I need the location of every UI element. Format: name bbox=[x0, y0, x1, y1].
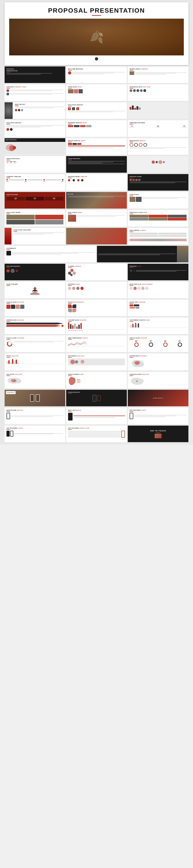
slide-words: WORDS ABOUT COMPANY bbox=[128, 66, 188, 83]
row-3: WHAT WE DO? EXCLUSIVE SERVICE ★ ● bbox=[5, 102, 188, 119]
slide-advantages: OUR ADVANTAGES 1/8 info 344 data 88% rat… bbox=[5, 156, 65, 173]
slide-pyramid: SLIDE PYRAMID bbox=[5, 282, 65, 298]
slide-packages: OUR PACKAGES 139° BASIC 219° PRO 308° EL… bbox=[5, 192, 65, 209]
slide-exclusive1: EXCLUSIVE SERVICE ★ ● ♦ bbox=[66, 102, 127, 119]
slide-process-slide1: PROCESS SLIDE ⚙ ⚙ bbox=[128, 264, 188, 280]
row-10: CASE STUDY FEATURES OUR FAMOUS CLIENTS bbox=[5, 228, 188, 244]
row-2: JOIN WITH COMPANY TEAM 👤 👤 TEAM SLIDE SH… bbox=[5, 84, 188, 101]
slide-deco2 bbox=[128, 156, 188, 173]
row-17: STATE ANALYSIS APP WORLD ANALYSIS bbox=[5, 353, 188, 370]
slide-join: JOIN WITH COMPANY TEAM 👤 👤 bbox=[5, 84, 65, 101]
hero-slide: PROPOSAL PRESENTATION 🍂 bbox=[5, 2, 188, 65]
slide-exclusive2: EXCLUSIVE SERVICE bbox=[5, 120, 65, 137]
slide-infographic: OUR INFOGRAPHIC bbox=[5, 264, 65, 280]
slide-dark-half bbox=[97, 246, 188, 262]
svg-point-5 bbox=[178, 343, 182, 346]
slide-app-single: APP FEATURES SINGLE CASE bbox=[66, 426, 127, 442]
slide-state-analysis: STATE ANALYSIS bbox=[5, 353, 65, 370]
row-13: SLIDE PYRAMID PROCESS SLIDE MAIN STEP'S … bbox=[5, 282, 188, 298]
slide-case-study: CASE STUDY bbox=[128, 192, 188, 209]
slide-africa: AFRICA USERS SLIDE 35% 12% bbox=[66, 372, 127, 389]
row-16: CIRCLE SLIDE DIAGRAM SMM COMPARISON CHAR… bbox=[5, 336, 188, 352]
slide-clients: OUR FAMOUS CLIENTS bbox=[128, 228, 188, 244]
slide-company-timeline: COMPANY TIMELINE 1960 2017 2022 2025 bbox=[5, 174, 65, 191]
slide-strategy: OUR STRATEGY bbox=[5, 138, 65, 155]
slide-process-slide2: PROCESS SLIDE bbox=[66, 282, 127, 298]
slide-usa: USA STATE ANALYSIS bbox=[5, 372, 65, 389]
slide-arrow: ARROW SLIDE DIAGRAM bbox=[5, 317, 65, 334]
row-21: APP FEATURES CASE'S APP FEATURES SINGLE … bbox=[5, 426, 188, 442]
svg-point-3 bbox=[149, 343, 153, 346]
slide-iphone: IPHONE MOCKUP bbox=[5, 390, 65, 406]
slide-best-app: BEST APP MOBILE bbox=[66, 408, 127, 424]
slide-app-features2: APP FEATURES CASE'S bbox=[5, 426, 65, 442]
row-8: OUR PACKAGES 139° BASIC 219° PRO 308° EL… bbox=[5, 192, 188, 209]
slide-smart-art: SMART ART DIAGRAM bbox=[128, 300, 188, 316]
slide-circle2: CIRCLE SLIDE DIAGRAM 64° 79° 46° bbox=[128, 336, 188, 352]
slide-flower: FLOWER GRAPHIC bbox=[66, 264, 127, 280]
slide-latest2: OUR LATEST WORK bbox=[66, 210, 127, 226]
slide-web: WEB DESIGN SERVICE bbox=[128, 138, 188, 155]
slide-app-world: APP WORLD ANALYSIS bbox=[66, 353, 127, 370]
slide-awesome: AWESOME FEATURES 01 02 05 bbox=[128, 120, 188, 137]
svg-point-7 bbox=[136, 380, 138, 382]
slide-smm: SMM COMPARISON CHARTS bbox=[66, 336, 127, 352]
slide-deco1 bbox=[128, 102, 188, 119]
hero-title: PROPOSAL PRESENTATION bbox=[9, 7, 184, 14]
slide-customers: CUSTOMERS CHARTS SLIDE bbox=[128, 317, 188, 334]
slide-case-features: CASE STUDY FEATURES bbox=[5, 228, 65, 244]
row-19: IPHONE MOCKUP PHONE MOCKUP PHONE MOCKUP bbox=[5, 390, 188, 406]
svg-point-2 bbox=[135, 343, 138, 346]
row-18: USA STATE ANALYSIS AFRICA USERS SLIDE 35… bbox=[5, 372, 188, 389]
slide-get-in-touch: GET IN TOUCH bbox=[128, 426, 188, 442]
slide-main-steps: MAIN STEP'S OF DEVELOPMENT bbox=[128, 282, 188, 298]
slide-deco-dark: PHONE MOCKUP bbox=[128, 390, 188, 406]
slide-design: DESIGN SERVICE SHOW bbox=[66, 138, 127, 155]
slide-team-show: TEAM SLIDE SHOW bbox=[66, 84, 127, 101]
svg-point-4 bbox=[164, 343, 167, 346]
slide-welcome: WELCOME MESSAGE bbox=[66, 66, 127, 83]
row-15: ARROW SLIDE DIAGRAM COLUMN SLIDE DIAGRAM bbox=[5, 317, 188, 334]
slide-rounded: ROUNDED SERVICE SHOW OPTION OPTION OPTIO… bbox=[66, 120, 127, 137]
row-12: OUR INFOGRAPHIC FLOWER GRAPHIC PROCESS S… bbox=[5, 264, 188, 280]
slide-phone-dark: PHONE MOCKUP bbox=[66, 390, 127, 406]
slide-circle1: CIRCLE SLIDE DIAGRAM bbox=[5, 336, 65, 352]
slide-img-placeholder bbox=[66, 228, 127, 244]
row-6: OUR ADVANTAGES 1/8 info 344 data 88% rat… bbox=[5, 156, 188, 173]
slide-introduce: INTRODUCE WITH OUR TEAM 👤 👤 👤 👤 👤 bbox=[128, 84, 188, 101]
hero-dot bbox=[95, 57, 98, 60]
hero-accent-line bbox=[92, 15, 101, 16]
slide-puzzle-info: PUZZLE INFOGRAPHIC bbox=[66, 300, 127, 316]
hero-image: 🍂 bbox=[9, 19, 184, 55]
slide-what: WHAT WE DO? bbox=[5, 102, 65, 119]
slide-app-features1: APP FEATURES CASE'S bbox=[128, 408, 188, 424]
row-20: SMARTPHONE MOCKUP BEST APP MOBILE bbox=[5, 408, 188, 424]
slide-portfolio: PORTFOLIO SLIDE HERE bbox=[128, 210, 188, 226]
slide-team-principes: TEAM PRINCIPES bbox=[66, 156, 127, 173]
slide-statements: STATEMENTS bbox=[5, 246, 96, 262]
row-1: PROPOSAL PRESENTATION WELCOME MESSAGE bbox=[5, 66, 188, 83]
slide-australia: AUSTRALIA MAP ANALYSIS bbox=[128, 372, 188, 389]
slide-proposal-small: PROPOSAL PRESENTATION bbox=[5, 66, 65, 83]
row-4: EXCLUSIVE SERVICE ROUNDED SERVICE SHOW O… bbox=[5, 120, 188, 137]
slide-column: COLUMN SLIDE DIAGRAM TEAM SALES ANALYSIS… bbox=[66, 317, 127, 334]
slide-process-guide: PROCESS GUIDE 01 02 03 04 bbox=[128, 174, 188, 191]
slide-best: WE ARE BEST bbox=[66, 192, 127, 209]
slide-latest1: OUR LATEST WORK bbox=[5, 210, 65, 226]
slide-smartphone: SMARTPHONE MOCKUP bbox=[5, 408, 65, 424]
row-11: STATEMENTS bbox=[5, 246, 188, 262]
slide-europe: EUROPE MAP EDITABLE bbox=[128, 353, 188, 370]
slide-puzzle: PUZZLE SLIDE DIAGRAM bbox=[5, 300, 65, 316]
svg-point-6 bbox=[14, 380, 15, 381]
row-5: OUR STRATEGY DESIGN SERVICE SHOW bbox=[5, 138, 188, 155]
row-7: COMPANY TIMELINE 1960 2017 2022 2025 PRO… bbox=[5, 174, 188, 191]
row-14: PUZZLE SLIDE DIAGRAM PUZZLE INFOGRAPHIC … bbox=[5, 300, 188, 316]
row-9: OUR LATEST WORK OUR LATEST WORK bbox=[5, 210, 188, 226]
slide-process-timeline: PROCESS WORK TIMELINE → → ↓ bbox=[66, 174, 127, 191]
page-container: PROPOSAL PRESENTATION 🍂 PROPOSAL PRESENT… bbox=[0, 0, 193, 444]
